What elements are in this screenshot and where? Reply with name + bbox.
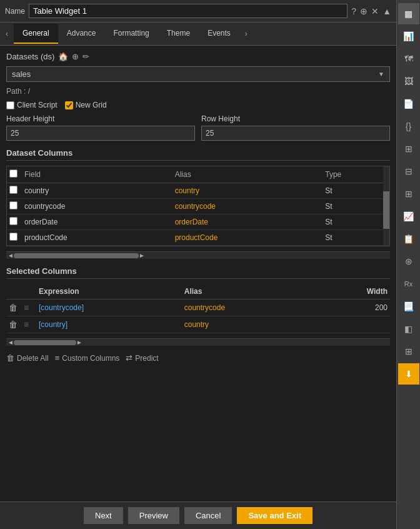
drag-row-icon[interactable]: ≡: [24, 303, 29, 313]
path-label: Path :: [6, 87, 26, 96]
col-type: St: [322, 199, 389, 214]
tab-next-button[interactable]: ›: [239, 23, 253, 45]
row-checkbox[interactable]: [9, 233, 18, 241]
sel-hscroll-right[interactable]: ►: [76, 339, 82, 346]
sidebar-chart-icon[interactable]: 📊: [398, 26, 419, 47]
panel-header: Name ? ⊕ ✕ ▲: [0, 0, 396, 23]
header-height-field: Header Height: [6, 114, 195, 141]
client-script-checkbox[interactable]: Client Script: [6, 101, 58, 109]
predict-icon: ⇄: [126, 353, 132, 363]
sidebar-pivot-icon[interactable]: ⊞: [398, 183, 419, 204]
table-row: orderDate orderDate St: [7, 214, 389, 230]
dataset-columns-hscroll[interactable]: ◄ ►: [6, 251, 390, 259]
bottom-actions-row: 🗑 Delete All ≡ Custom Columns ⇄ Predict: [6, 351, 390, 365]
sel-col-header-drag: [21, 284, 36, 300]
custom-columns-icon: ≡: [55, 353, 60, 363]
sidebar-doc-icon[interactable]: 📄: [398, 93, 419, 114]
table-vscrollbar[interactable]: [383, 166, 389, 246]
col-field: orderDate: [22, 214, 172, 230]
row-height-input[interactable]: [201, 126, 390, 141]
dropdown-arrow-icon: ▼: [378, 71, 384, 78]
col-type: St: [322, 183, 389, 199]
home-icon[interactable]: 🏠: [58, 52, 68, 61]
table-row: country country St: [7, 183, 389, 199]
sidebar-doc2-icon[interactable]: 📃: [398, 296, 419, 317]
col-type: St: [322, 214, 389, 230]
delete-row-icon[interactable]: 🗑: [9, 303, 18, 313]
col-type: St: [322, 230, 389, 246]
delete-all-label: Delete All: [17, 354, 49, 363]
save-exit-button[interactable]: Save and Exit: [237, 507, 312, 524]
predict-button[interactable]: ⇄ Predict: [126, 353, 158, 363]
new-grid-checkbox[interactable]: New Grid: [65, 101, 107, 109]
sel-col-header-alias: Alias: [182, 284, 315, 300]
row-checkbox[interactable]: [9, 186, 18, 194]
new-grid-label: New Grid: [76, 101, 107, 109]
sidebar-rx-icon[interactable]: Rx: [398, 273, 419, 295]
sidebar-map-icon[interactable]: 🗺: [398, 48, 419, 69]
delete-all-icon: 🗑: [6, 353, 14, 363]
tab-general[interactable]: General: [14, 24, 58, 44]
row-checkbox[interactable]: [9, 201, 18, 209]
datasets-row: Datasets (ds) 🏠 ⊕ ✏: [6, 52, 390, 61]
move-icon[interactable]: ⊕: [360, 6, 368, 16]
selected-columns-table: Expression Alias Width 🗑 ≡ [countrycode]…: [6, 284, 390, 333]
col-field: countrycode: [22, 199, 172, 214]
dataset-columns-table-scroll[interactable]: Field Alias Type country country St coun…: [6, 166, 390, 246]
selected-columns-title: Selected Columns: [6, 264, 390, 279]
right-sidebar: ▦ 📊 🗺 🖼 📄 {} ⊞ ⊟ ⊞ 📈 📋 ⊛ Rx 📃 ◧ ⊞ ⬇: [396, 0, 420, 529]
client-script-label: Client Script: [17, 101, 58, 109]
sidebar-table-icon[interactable]: ▦: [398, 3, 419, 24]
table-row: productCode productCode St: [7, 230, 389, 246]
tab-prev-button[interactable]: ‹: [0, 23, 14, 45]
next-button[interactable]: Next: [84, 507, 123, 524]
close-icon[interactable]: ✕: [371, 6, 379, 16]
row-checkbox[interactable]: [9, 217, 18, 225]
sidebar-grid-icon[interactable]: ⊟: [398, 161, 419, 182]
arrow-up-icon[interactable]: ▲: [382, 6, 391, 16]
sel-col-expr: [countrycode]: [36, 300, 182, 316]
select-all-checkbox[interactable]: [9, 169, 18, 178]
sidebar-widget-icon[interactable]: ⊞: [398, 138, 419, 159]
preview-button[interactable]: Preview: [128, 507, 179, 524]
sel-col-alias: country: [182, 316, 315, 333]
sidebar-code-icon[interactable]: {}: [398, 116, 419, 137]
tab-theme[interactable]: Theme: [158, 24, 199, 44]
hscroll-right-arrow[interactable]: ►: [139, 252, 145, 259]
sidebar-file-icon[interactable]: 📋: [398, 228, 419, 249]
drag-row-icon[interactable]: ≡: [24, 320, 29, 330]
tabs-bar: ‹ General Advance Formatting Theme Event…: [0, 23, 396, 46]
sidebar-image-icon[interactable]: 🖼: [398, 71, 419, 92]
sel-hscroll-left[interactable]: ◄: [8, 339, 14, 346]
col-header-field: Field: [22, 166, 172, 183]
tab-formatting[interactable]: Formatting: [104, 24, 158, 44]
sidebar-apps-icon[interactable]: ⊞: [398, 341, 419, 362]
sidebar-layers-icon[interactable]: ◧: [398, 318, 419, 340]
sel-hscroll-thumb: [14, 340, 76, 345]
tab-advance[interactable]: Advance: [58, 24, 105, 44]
name-label: Name: [5, 7, 25, 16]
hscroll-left-arrow[interactable]: ◄: [8, 252, 14, 259]
add-dataset-icon[interactable]: ⊕: [72, 52, 79, 61]
help-icon[interactable]: ?: [351, 6, 356, 16]
sidebar-bar-icon[interactable]: 📈: [398, 206, 419, 227]
sidebar-nodes-icon[interactable]: ⊛: [398, 251, 419, 272]
selected-columns-hscroll[interactable]: ◄ ►: [6, 338, 390, 346]
header-icons: ? ⊕ ✕ ▲: [351, 6, 391, 16]
heights-row: Header Height Row Height: [6, 114, 390, 141]
title-input[interactable]: [29, 4, 348, 18]
header-height-input[interactable]: [6, 126, 195, 141]
sidebar-download-icon[interactable]: ⬇: [398, 363, 419, 385]
delete-all-button[interactable]: 🗑 Delete All: [6, 353, 49, 363]
tab-events[interactable]: Events: [199, 24, 239, 44]
custom-columns-label: Custom Columns: [62, 354, 119, 363]
delete-row-icon[interactable]: 🗑: [9, 320, 18, 330]
col-alias: country: [172, 183, 323, 199]
client-script-input[interactable]: [6, 101, 14, 109]
sel-col-width: [315, 316, 390, 333]
edit-dataset-icon[interactable]: ✏: [82, 52, 89, 61]
dataset-dropdown[interactable]: sales ▼: [6, 66, 390, 82]
new-grid-input[interactable]: [65, 101, 73, 109]
cancel-button[interactable]: Cancel: [184, 507, 232, 524]
custom-columns-button[interactable]: ≡ Custom Columns: [55, 353, 120, 363]
